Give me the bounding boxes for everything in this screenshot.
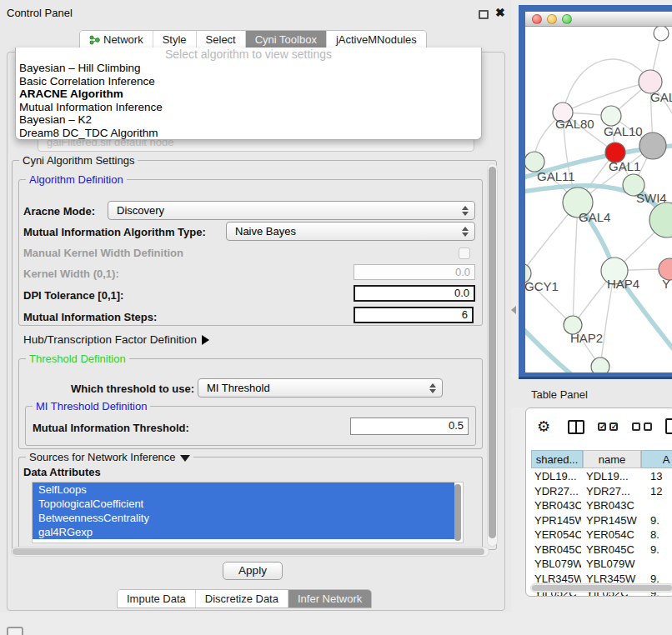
node-label-gcy1: GCY1 <box>525 279 559 293</box>
network-node[interactable] <box>654 27 669 41</box>
deselect-all-checkboxes-icon[interactable] <box>644 422 652 431</box>
collapsed-arrow-icon <box>202 335 209 345</box>
table-cell: 9. <box>650 543 672 556</box>
network-canvas[interactable]: GALGAL80GAL10GAL1GAL11SWI4GAL4HAP4YGCY1H… <box>525 27 672 372</box>
mi-steps-label: Mutual Information Steps: <box>23 311 157 323</box>
attribute-item-betweennesscentrality[interactable]: BetweennessCentrality <box>33 511 454 525</box>
table-cell: 9. <box>650 514 672 527</box>
network-edge[interactable] <box>563 59 650 112</box>
network-graph[interactable]: GALGAL80GAL10GAL1GAL11SWI4GAL4HAP4YGCY1H… <box>525 27 672 372</box>
attribute-item-topologicalcoefficient[interactable]: TopologicalCoefficient <box>33 497 454 511</box>
tab-jactivemnodules[interactable]: jActiveMNodules <box>326 31 426 48</box>
table-row[interactable]: YDR27...YDR27...12 <box>531 485 672 500</box>
table-row[interactable]: YPR145WYPR145W9. <box>531 514 672 529</box>
table-cell: YDR27... <box>534 485 581 498</box>
mi-steps-field[interactable]: 6 <box>354 307 474 323</box>
network-node[interactable] <box>639 132 666 159</box>
table-cell: YPR145W <box>534 514 581 527</box>
attribute-item-gal4rgexp[interactable]: gal4RGexp <box>33 525 454 539</box>
tab-label: jActiveMNodules <box>336 33 417 46</box>
tab-label: Style <box>163 33 187 46</box>
control-panel-title: Control Panel <box>7 7 73 19</box>
tab-discretize-data[interactable]: Discretize Data <box>195 590 288 608</box>
list-scrollbar-thumb[interactable] <box>454 484 461 541</box>
kernel-width-label: Kernel Width (0,1): <box>23 268 119 280</box>
close-traffic-light-icon[interactable] <box>532 14 542 24</box>
table-row[interactable]: YBL079WYBL079W <box>531 558 672 572</box>
table-cell: YER054C <box>534 528 581 541</box>
kernel-width-field[interactable]: 0.0 <box>354 264 475 280</box>
mi-threshold-group-title: MI Threshold Definition <box>33 400 150 412</box>
network-window-titlebar[interactable] <box>525 12 672 27</box>
which-threshold-combobox[interactable]: MI Threshold <box>198 378 443 398</box>
minimized-panel-icon[interactable] <box>7 627 23 635</box>
deselect-all-checkboxes-icon[interactable] <box>632 422 640 431</box>
algorithm-option-mutual-information-inference[interactable]: Mutual Information Inference <box>16 101 481 114</box>
tab-label: Network <box>103 33 143 46</box>
network-node[interactable] <box>649 202 672 238</box>
network-node[interactable] <box>601 106 621 126</box>
mi-algorithm-type-combobox[interactable]: Naive Bayes <box>226 222 475 241</box>
data-attributes-list: SelfLoopsTopologicalCoefficientBetweenne… <box>32 482 464 543</box>
panel-divider-arrow-icon[interactable] <box>511 306 516 314</box>
table-row[interactable]: YBR043CYBR043C <box>531 499 672 514</box>
tab-label: Cyni Toolbox <box>255 33 317 46</box>
select-all-checkboxes-icon[interactable]: ✓ <box>598 422 606 431</box>
float-window-icon[interactable] <box>479 10 489 19</box>
column-header-name[interactable]: name <box>583 450 641 468</box>
manual-kernel-width-label: Manual Kernel Width Definition <box>23 247 183 259</box>
algorithm-option-dream8-dc-tdc-algorithm[interactable]: Dream8 DC_TDC Algorithm <box>16 127 481 140</box>
column-header-shared...[interactable]: shared... <box>531 450 583 468</box>
algorithm-option-basic-correlation-inference[interactable]: Basic Correlation Inference <box>16 75 481 88</box>
dpi-tolerance-field[interactable]: 0.0 <box>354 285 475 302</box>
tab-impute-data[interactable]: Impute Data <box>118 590 195 608</box>
select-all-checkboxes-icon[interactable]: ✓ <box>609 422 618 431</box>
aracne-mode-label: Aracne Mode: <box>23 205 95 218</box>
network-edge[interactable] <box>632 370 672 372</box>
settings-vertical-scrollbar-thumb[interactable] <box>489 167 496 538</box>
table-cell: YBL079W <box>586 558 639 570</box>
sources-group-title[interactable]: Sources for Network Inference <box>26 451 193 463</box>
table-row[interactable]: YBR045CYBR045C9. <box>531 543 672 558</box>
tab-label: Select <box>206 33 236 46</box>
network-edge[interactable] <box>573 202 578 325</box>
document-icon[interactable] <box>665 418 672 434</box>
cyni-bottom-tabbar: Impute DataDiscretize DataInfer Network <box>117 589 372 608</box>
attribute-item-selfloops[interactable]: SelfLoops <box>33 482 454 497</box>
close-icon[interactable]: ✖ <box>495 6 505 19</box>
mi-algorithm-type-label: Mutual Information Algorithm Type: <box>23 226 206 238</box>
zoom-traffic-light-icon[interactable] <box>562 14 572 24</box>
combobox-stepper-icon <box>462 226 469 238</box>
apply-button[interactable]: Apply <box>223 562 283 580</box>
algorithm-option-bayesian-k2[interactable]: Bayesian – K2 <box>16 113 481 127</box>
tab-infer-network[interactable]: Infer Network <box>288 590 371 608</box>
tab-select[interactable]: Select <box>196 31 245 48</box>
table-cell: 12 <box>650 485 672 498</box>
tab-network[interactable]: Network <box>80 31 153 48</box>
sources-title-text: Sources for Network Inference <box>29 451 176 463</box>
hub-definition-toggle[interactable]: Hub/Transcription Factor Definition <box>23 333 209 346</box>
network-icon <box>89 35 100 45</box>
column-header-A[interactable]: A <box>641 450 672 468</box>
table-horizontal-scrollbar-thumb[interactable] <box>532 585 672 591</box>
tab-style[interactable]: Style <box>153 31 196 48</box>
dpi-tolerance-label: DPI Tolerance [0,1]: <box>23 289 123 302</box>
manual-kernel-width-checkbox[interactable] <box>459 248 470 259</box>
tab-cyni-toolbox[interactable]: Cyni Toolbox <box>245 31 326 48</box>
minimize-traffic-light-icon[interactable] <box>547 14 557 24</box>
table-row[interactable]: YDL19...YDL19...13 <box>531 470 672 485</box>
aracne-mode-combobox[interactable]: Discovery <box>108 201 475 220</box>
gear-icon[interactable]: ⚙ <box>537 419 550 434</box>
control-panel-tabbar: NetworkStyleSelectCyni ToolboxjActiveMNo… <box>79 30 427 49</box>
settings-horizontal-scrollbar-thumb[interactable] <box>13 548 484 555</box>
algorithm-option-bayesian-hill-climbing[interactable]: Bayesian – Hill Climbing <box>16 62 481 75</box>
table-cell: YBL079W <box>534 558 581 570</box>
table-row[interactable]: YER054CYER054C8. <box>531 528 672 543</box>
node-label-hap4: HAP4 <box>607 277 639 291</box>
algorithm-option-aracne-algorithm[interactable]: ARACNE Algorithm <box>16 88 481 101</box>
which-threshold-value: MI Threshold <box>207 382 270 394</box>
columns-icon[interactable] <box>568 420 584 434</box>
network-node[interactable] <box>591 358 609 372</box>
mi-threshold-label: Mutual Information Threshold: <box>33 422 189 434</box>
mi-threshold-field[interactable]: 0.5 <box>350 418 469 435</box>
